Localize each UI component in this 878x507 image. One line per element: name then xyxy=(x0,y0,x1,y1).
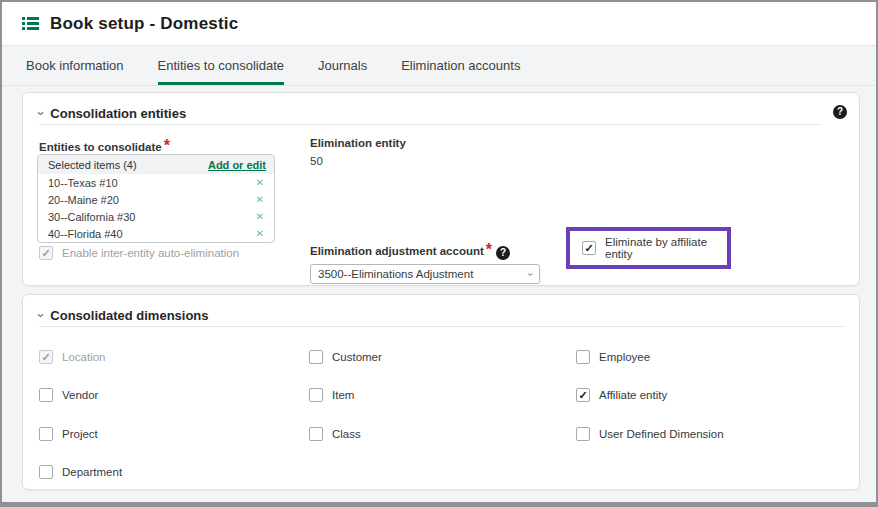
collapse-chevron-icon[interactable]: › xyxy=(35,111,48,115)
adjustment-account-label: Elimination adjustment account xyxy=(310,245,484,257)
section-title: Consolidation entities xyxy=(50,106,186,121)
auto-elimination-checkbox: ✓ Enable inter-entity auto-elimination xyxy=(39,246,239,260)
entity-list-item: 20--Maine #20 ✕ xyxy=(38,191,274,208)
checkbox-unchecked-icon[interactable] xyxy=(576,350,590,364)
consolidation-entities-header[interactable]: › Consolidation entities xyxy=(39,103,821,125)
entities-to-consolidate-field: Entities to consolidate* xyxy=(39,137,170,155)
dimension-checkbox-project[interactable]: Project xyxy=(39,427,98,441)
consolidation-entities-section: › Consolidation entities ? Entities to c… xyxy=(22,92,860,286)
checkbox-checked-icon[interactable]: ✓ xyxy=(576,388,590,402)
remove-entity-icon[interactable]: ✕ xyxy=(256,178,264,188)
checkbox-checked-icon: ✓ xyxy=(39,350,53,364)
checkbox-unchecked-icon[interactable] xyxy=(39,427,53,441)
eliminate-by-affiliate-label: Eliminate by affiliate entity xyxy=(605,236,727,260)
tab-entities-to-consolidate[interactable]: Entities to consolidate xyxy=(158,58,284,85)
section-title: Consolidated dimensions xyxy=(50,308,208,323)
adjustment-account-value: 3500--Eliminations Adjustment xyxy=(318,268,473,280)
book-list-icon xyxy=(22,17,39,30)
dimension-checkbox-affiliate-entity[interactable]: ✓ Affiliate entity xyxy=(576,388,667,402)
dimension-checkbox-customer[interactable]: Customer xyxy=(309,350,382,364)
adjustment-account-select[interactable]: 3500--Eliminations Adjustment › xyxy=(310,264,540,284)
required-marker: * xyxy=(486,241,492,258)
dimension-checkbox-department[interactable]: Department xyxy=(39,465,122,479)
required-marker: * xyxy=(164,137,170,154)
remove-entity-icon[interactable]: ✕ xyxy=(256,229,264,239)
selected-items-count: Selected items (4) xyxy=(48,159,137,171)
tab-elimination-accounts[interactable]: Elimination accounts xyxy=(401,58,520,85)
dimension-checkbox-location: ✓ Location xyxy=(39,350,105,364)
remove-entity-icon[interactable]: ✕ xyxy=(256,195,264,205)
entity-list-item: 40--Florida #40 ✕ xyxy=(38,225,274,242)
consolidated-dimensions-header[interactable]: › Consolidated dimensions xyxy=(39,305,845,327)
highlight-box: ✓ Eliminate by affiliate entity xyxy=(566,227,731,269)
elimination-entity-label: Elimination entity xyxy=(310,137,406,149)
dimension-checkbox-user-defined-dimension[interactable]: User Defined Dimension xyxy=(576,427,724,441)
tab-journals[interactable]: Journals xyxy=(318,58,367,85)
chevron-down-icon: › xyxy=(525,272,536,275)
dimension-checkbox-class[interactable]: Class xyxy=(309,427,361,441)
checkbox-unchecked-icon[interactable] xyxy=(39,465,53,479)
tab-bar: Book information Entities to consolidate… xyxy=(2,46,876,86)
elimination-entity-field: Elimination entity 50 xyxy=(310,137,406,167)
entity-list-item: 30--California #30 ✕ xyxy=(38,208,274,225)
auto-elimination-label: Enable inter-entity auto-elimination xyxy=(62,247,239,259)
consolidated-dimensions-section: › Consolidated dimensions ✓ Location Cus… xyxy=(22,294,860,490)
dimension-checkbox-item[interactable]: Item xyxy=(309,388,354,402)
dimension-checkbox-employee[interactable]: Employee xyxy=(576,350,650,364)
checkbox-unchecked-icon[interactable] xyxy=(309,350,323,364)
entity-list-item: 10--Texas #10 ✕ xyxy=(38,174,274,191)
add-or-edit-link[interactable]: Add or edit xyxy=(208,159,266,171)
eliminate-by-affiliate-checkbox[interactable]: ✓ Eliminate by affiliate entity xyxy=(582,236,727,260)
field-help-icon[interactable]: ? xyxy=(496,246,510,260)
checkbox-unchecked-icon[interactable] xyxy=(39,388,53,402)
checkbox-checked-icon: ✓ xyxy=(39,246,53,260)
page-title: Book setup - Domestic xyxy=(50,14,238,34)
checkbox-unchecked-icon[interactable] xyxy=(309,427,323,441)
page-header: Book setup - Domestic xyxy=(2,2,876,46)
remove-entity-icon[interactable]: ✕ xyxy=(256,212,264,222)
checkbox-unchecked-icon[interactable] xyxy=(576,427,590,441)
entities-to-consolidate-label: Entities to consolidate xyxy=(39,141,162,153)
adjustment-account-field: Elimination adjustment account*? 3500--E… xyxy=(310,241,540,284)
checkbox-checked-icon[interactable]: ✓ xyxy=(582,241,596,255)
section-help-icon[interactable]: ? xyxy=(833,105,847,119)
dimension-checkbox-vendor[interactable]: Vendor xyxy=(39,388,98,402)
collapse-chevron-icon[interactable]: › xyxy=(35,313,48,317)
elimination-entity-value: 50 xyxy=(310,155,406,167)
tab-book-information[interactable]: Book information xyxy=(26,58,124,85)
checkbox-unchecked-icon[interactable] xyxy=(309,388,323,402)
selected-entities-listbox: Selected items (4) Add or edit 10--Texas… xyxy=(37,154,275,243)
